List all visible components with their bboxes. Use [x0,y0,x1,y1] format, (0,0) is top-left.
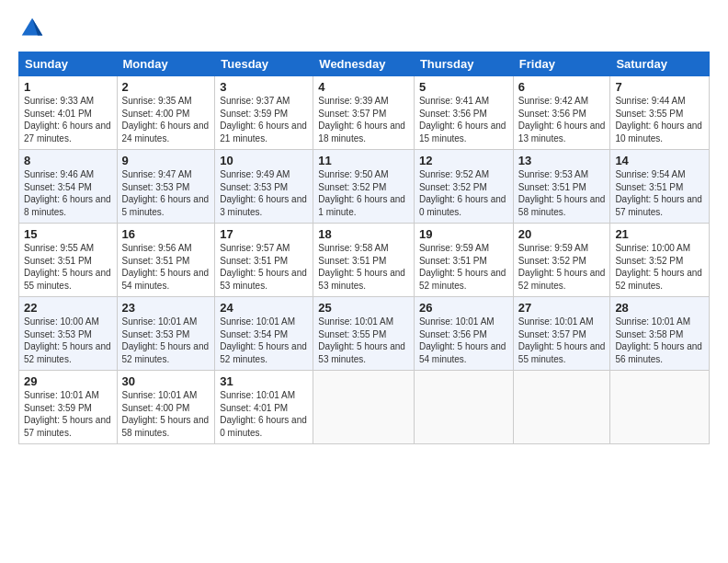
col-header-saturday: Saturday [610,52,710,76]
day-cell-12: 12Sunrise: 9:52 AMSunset: 3:52 PMDayligh… [414,150,513,224]
day-cell-15: 15Sunrise: 9:55 AMSunset: 3:51 PMDayligh… [19,224,118,297]
day-cell-20: 20Sunrise: 9:59 AMSunset: 3:52 PMDayligh… [513,224,610,297]
day-cell-9: 9Sunrise: 9:47 AMSunset: 3:53 PMDaylight… [117,150,215,224]
col-header-thursday: Thursday [414,52,513,76]
day-cell-5: 5Sunrise: 9:41 AMSunset: 3:56 PMDaylight… [414,76,513,150]
col-header-friday: Friday [513,52,610,76]
col-header-wednesday: Wednesday [313,52,415,76]
day-cell-30: 30Sunrise: 10:01 AMSunset: 4:00 PMDaylig… [117,371,215,444]
day-cell-29: 29Sunrise: 10:01 AMSunset: 3:59 PMDaylig… [19,371,118,444]
day-cell-18: 18Sunrise: 9:58 AMSunset: 3:51 PMDayligh… [313,224,415,297]
day-cell-11: 11Sunrise: 9:50 AMSunset: 3:52 PMDayligh… [313,150,415,224]
day-cell-26: 26Sunrise: 10:01 AMSunset: 3:56 PMDaylig… [414,297,513,371]
day-cell-31: 31Sunrise: 10:01 AMSunset: 4:01 PMDaylig… [215,371,313,444]
logo [18,15,48,42]
day-cell-empty [414,371,513,444]
header [18,15,710,42]
day-cell-6: 6Sunrise: 9:42 AMSunset: 3:56 PMDaylight… [513,76,610,150]
day-cell-4: 4Sunrise: 9:39 AMSunset: 3:57 PMDaylight… [313,76,415,150]
day-cell-28: 28Sunrise: 10:01 AMSunset: 3:58 PMDaylig… [610,297,710,371]
day-cell-27: 27Sunrise: 10:01 AMSunset: 3:57 PMDaylig… [513,297,610,371]
day-cell-empty [513,371,610,444]
day-cell-empty [610,371,710,444]
day-cell-7: 7Sunrise: 9:44 AMSunset: 3:55 PMDaylight… [610,76,710,150]
col-header-monday: Monday [117,52,215,76]
day-cell-2: 2Sunrise: 9:35 AMSunset: 4:00 PMDaylight… [117,76,215,150]
day-cell-3: 3Sunrise: 9:37 AMSunset: 3:59 PMDaylight… [215,76,313,150]
day-cell-13: 13Sunrise: 9:53 AMSunset: 3:51 PMDayligh… [513,150,610,224]
col-header-sunday: Sunday [19,52,118,76]
day-cell-24: 24Sunrise: 10:01 AMSunset: 3:54 PMDaylig… [215,297,313,371]
day-cell-14: 14Sunrise: 9:54 AMSunset: 3:51 PMDayligh… [610,150,710,224]
day-cell-19: 19Sunrise: 9:59 AMSunset: 3:51 PMDayligh… [414,224,513,297]
calendar-page: SundayMondayTuesdayWednesdayThursdayFrid… [0,0,728,563]
day-cell-10: 10Sunrise: 9:49 AMSunset: 3:53 PMDayligh… [215,150,313,224]
day-cell-empty [313,371,415,444]
day-cell-17: 17Sunrise: 9:57 AMSunset: 3:51 PMDayligh… [215,224,313,297]
day-cell-25: 25Sunrise: 10:01 AMSunset: 3:55 PMDaylig… [313,297,415,371]
day-cell-8: 8Sunrise: 9:46 AMSunset: 3:54 PMDaylight… [19,150,118,224]
day-cell-21: 21Sunrise: 10:00 AMSunset: 3:52 PMDaylig… [610,224,710,297]
day-cell-22: 22Sunrise: 10:00 AMSunset: 3:53 PMDaylig… [19,297,118,371]
day-cell-23: 23Sunrise: 10:01 AMSunset: 3:53 PMDaylig… [117,297,215,371]
logo-icon [18,15,46,42]
col-header-tuesday: Tuesday [215,52,313,76]
day-cell-1: 1Sunrise: 9:33 AMSunset: 4:01 PMDaylight… [19,76,118,150]
day-cell-16: 16Sunrise: 9:56 AMSunset: 3:51 PMDayligh… [117,224,215,297]
calendar-table: SundayMondayTuesdayWednesdayThursdayFrid… [18,52,710,444]
